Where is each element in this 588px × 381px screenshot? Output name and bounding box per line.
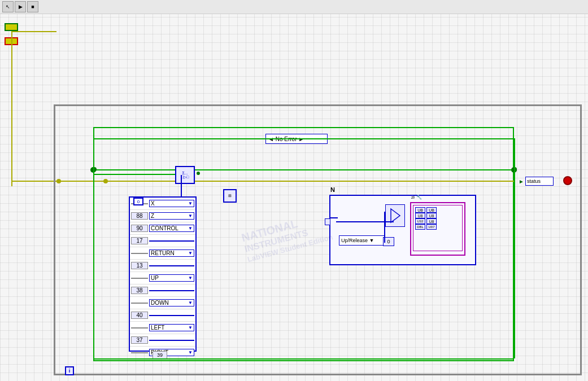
enum-key-empty4 [149, 315, 194, 316]
enum-row-control: 90 CONTROL ▼ [130, 222, 195, 235]
cluster-row-2: U8 U8 [415, 213, 460, 218]
enum-indicator: 0 [133, 198, 143, 205]
cluster-label-2: 🔧 [416, 195, 422, 200]
enum-value-left [131, 327, 148, 329]
status-label: status [527, 178, 541, 184]
enum-key-empty3 [149, 290, 194, 291]
wire-green-left-vert [93, 138, 94, 358]
arrow-tool[interactable]: ↖ [2, 1, 14, 12]
enum-row-z: 88 Z ▼ [130, 210, 195, 222]
enum-value-17: 17 [131, 237, 148, 244]
enum-value-40: 40 [131, 312, 148, 319]
enum-row-37: 37 [130, 334, 195, 347]
node-yellow-1 [56, 179, 61, 183]
enum-value-right [131, 352, 148, 353]
stop-button[interactable] [563, 176, 572, 185]
enum-key-empty1 [149, 240, 194, 242]
wire-green-top-frame [93, 138, 514, 139]
node-yellow-2 [103, 179, 108, 183]
cluster-cell-u8-2: U8 [426, 213, 437, 218]
enum-key-left[interactable]: LEFT ▼ [149, 324, 194, 331]
status-arrow: ► [519, 178, 524, 185]
cluster-cell-u8-1: U8 [415, 213, 425, 218]
enum-key-x[interactable]: X ▼ [149, 200, 194, 207]
cluster-cell-u8-3: U8 [426, 218, 437, 224]
wire-green-h1 [93, 174, 175, 175]
cluster-row-1: UB UB [415, 207, 460, 213]
info-box: i [65, 366, 74, 375]
cluster-cell-ub1: UB [415, 207, 425, 213]
cluster-cell-u32: U32 [415, 218, 425, 224]
dequeue-box[interactable]: Σ... □▷□ [175, 166, 195, 184]
enum-value-88: 88 [131, 212, 148, 220]
cluster-box: UB UB U8 U8 U32 U8 DBL U07 [410, 202, 465, 256]
enum-row-down: DOWN ▼ [130, 297, 195, 309]
enum-key-up[interactable]: UP ▼ [149, 274, 194, 282]
case-input-connector [325, 218, 330, 225]
status-box: status [525, 177, 554, 186]
enum-row-left: LEFT ▼ [130, 322, 195, 334]
enum-key-empty2 [149, 265, 194, 266]
enum-case-box: X ▼ 88 Z ▼ 90 CONTROL ▼ 17 RETURN ▼ 13 U… [129, 196, 197, 352]
enum-value-down [131, 303, 148, 304]
wire-yellow-vertical [11, 31, 12, 186]
up-release-label: Up/Release ▼ [341, 238, 374, 243]
enum-row-13: 13 [130, 260, 195, 272]
enum-value-37: 37 [131, 336, 148, 344]
enum-row-return: RETURN ▼ [130, 247, 195, 260]
wire-green-right-vert [514, 138, 515, 358]
wire-green-bottom-frame [93, 358, 514, 360]
toolbar: ↖ ▶ ■ [0, 0, 588, 14]
info-label: i [69, 368, 71, 374]
node-dequeue-out [197, 172, 200, 175]
enum-value-13: 13 [131, 262, 148, 269]
cluster-inner: UB UB U8 U8 U32 U8 DBL U07 [413, 205, 463, 251]
svg-marker-0 [391, 209, 400, 222]
wire-yellow-main [93, 181, 514, 182]
enum-key-down[interactable]: DOWN ▼ [149, 299, 194, 306]
enum-key-return[interactable]: RETURN ▼ [149, 249, 194, 257]
enum-value-39: 39 [153, 351, 167, 359]
cluster-row-3: U32 U8 [415, 218, 460, 224]
cluster-cell-dbl: DBL [415, 224, 425, 230]
enum-key-control[interactable]: CONTROL ▼ [149, 225, 194, 232]
enum-value-90: 90 [131, 225, 148, 232]
cluster-labels: zł 🔧 [411, 195, 422, 200]
wire-blue-h1 [329, 217, 338, 218]
enum-key-z[interactable]: Z ▼ [149, 212, 194, 220]
cluster-cell-ub2: UB [426, 207, 437, 213]
run-tool[interactable]: ▶ [15, 1, 26, 12]
queue-out-connector [5, 23, 18, 31]
up-release-box[interactable]: Up/Release ▼ [339, 235, 385, 246]
cluster-row-4: DBL U07 [415, 224, 460, 230]
enum-value-up [131, 278, 148, 279]
small-connector-box: ⊞ [223, 189, 237, 203]
enum-row-38: 38 [130, 284, 195, 297]
enum-row-up: UP ▼ [130, 272, 195, 284]
wire-case-vert-1 [384, 212, 385, 243]
cluster-label-1: zł [411, 195, 415, 200]
enum-value-return [131, 253, 148, 254]
wire-yellow-h2 [11, 31, 56, 32]
enum-row-40: 40 [130, 309, 195, 322]
enum-row-17: 17 [130, 235, 195, 247]
triangle-comparator [385, 204, 405, 227]
status-area: ► status [519, 177, 554, 186]
enum-key-empty5 [149, 340, 194, 341]
cluster-cell-u07: U07 [426, 224, 437, 230]
wire-blue-to-enum [181, 175, 182, 198]
stop-tool[interactable]: ■ [27, 1, 38, 12]
enum-value-38: 38 [131, 287, 148, 294]
n-label-outside: N [330, 186, 335, 193]
wire-green-h2 [195, 169, 517, 170]
